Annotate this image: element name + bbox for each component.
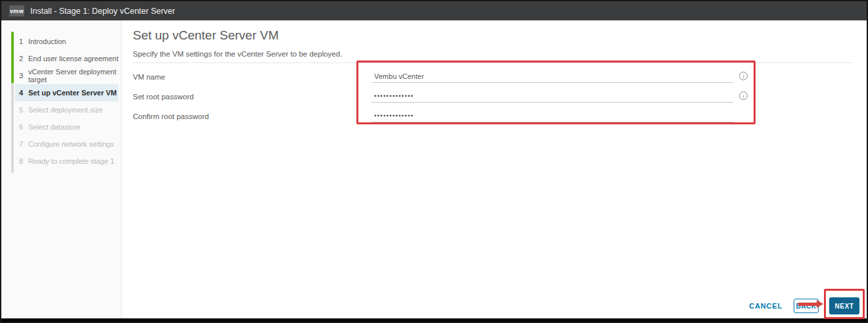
step-number: 4 [19,89,28,97]
info-icon[interactable]: i [739,91,748,100]
footer-actions: CANCEL BACK NEXT [749,297,859,314]
step-label: Select deployment size [28,106,103,114]
confirm-password-input[interactable] [372,112,733,122]
back-button[interactable]: BACK [794,299,819,313]
root-password-input[interactable] [372,93,733,103]
step-label: End user license agreement [28,55,118,62]
step-label: Configure network settings [28,140,114,148]
divider [133,62,854,63]
step-setup-vm[interactable]: 4 Set up vCenter Server VM [15,84,118,101]
step-eula[interactable]: 2 End user license agreement [1,50,121,67]
step-datastore: 6 Select datastore [1,118,121,136]
step-label: Introduction [28,37,66,45]
step-label: vCenter Server deployment target [28,68,121,84]
vm-name-input[interactable] [372,72,733,83]
step-number: 6 [19,123,28,131]
step-deployment-target[interactable]: 3 vCenter Server deployment target [1,67,121,84]
bottom-bar [1,318,867,322]
step-ready-complete: 8 Ready to complete stage 1 [1,153,121,170]
root-password-row: Set root password i [133,87,748,103]
step-label: Select datastore [28,123,81,131]
cancel-button[interactable]: CANCEL [749,302,783,310]
window-title: Install - Stage 1: Deploy vCenter Server [30,7,175,16]
page-subtitle: Specify the VM settings for the vCenter … [133,50,342,58]
step-number: 5 [19,106,28,114]
root-password-label: Set root password [133,93,372,103]
annotation-arrow-icon [798,303,817,306]
vm-name-label: VM name [133,73,372,83]
step-introduction[interactable]: 1 Introduction [1,33,121,50]
step-label: Ready to complete stage 1 [28,157,114,165]
info-icon[interactable]: i [739,72,748,80]
step-list: 1 Introduction 2 End user license agreem… [1,33,121,170]
title-bar: vmw Install - Stage 1: Deploy vCenter Se… [1,1,867,20]
installer-window: vmw Install - Stage 1: Deploy vCenter Se… [0,0,868,323]
step-number: 8 [19,157,28,165]
steps-sidebar: 1 Introduction 2 End user license agreem… [1,20,122,318]
page-title: Set up vCenter Server VM [133,28,279,43]
step-deployment-size: 5 Select deployment size [1,101,121,118]
step-number: 1 [19,37,28,45]
confirm-password-row: Confirm root password [133,107,748,122]
vm-settings-form: VM name i Set root password i Confirm ro… [133,67,748,126]
next-button[interactable]: NEXT [829,297,859,314]
vmware-logo: vmw [9,5,24,16]
step-number: 3 [19,72,28,80]
vm-name-row: VM name i [133,67,748,83]
step-network-settings: 7 Configure network settings [1,136,121,153]
step-number: 7 [19,140,28,148]
confirm-password-label: Confirm root password [133,112,372,122]
main-panel: Set up vCenter Server VM Specify the VM … [122,20,867,318]
step-number: 2 [19,55,28,62]
step-label: Set up vCenter Server VM [28,89,117,97]
